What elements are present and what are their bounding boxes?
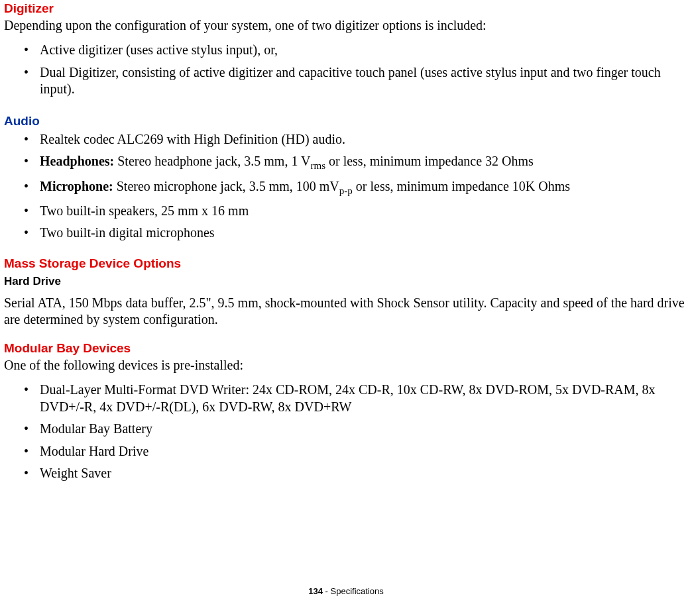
modular-bay-heading: Modular Bay Devices <box>4 341 688 356</box>
page-content: Digitizer Depending upon the configurati… <box>0 1 692 482</box>
audio-list: Realtek codec ALC269 with High Definitio… <box>24 131 688 242</box>
list-item: Weight Saver <box>24 465 688 482</box>
list-item-headphones: Headphones: Stereo headphone jack, 3.5 m… <box>24 153 688 172</box>
digitizer-heading: Digitizer <box>4 1 688 16</box>
list-item: Active digitizer (uses active stylus inp… <box>24 42 688 59</box>
footer-section: - Specifications <box>323 586 384 596</box>
microphone-post: or less, minimum impedance 10K Ohms <box>353 179 570 193</box>
page-footer: 134 - Specifications <box>0 586 692 596</box>
list-item-microphone: Microphone: Stereo microphone jack, 3.5 … <box>24 178 688 197</box>
list-item: Realtek codec ALC269 with High Definitio… <box>24 131 688 148</box>
list-item: Two built-in speakers, 25 mm x 16 mm <box>24 203 688 220</box>
list-item: Two built-in digital microphones <box>24 225 688 242</box>
headphones-pre: Stereo headphone jack, 3.5 mm, 1 V <box>114 154 310 168</box>
list-item: Dual-Layer Multi-Format DVD Writer: 24x … <box>24 382 688 415</box>
headphones-sub: rms <box>310 160 325 171</box>
list-item: Modular Hard Drive <box>24 443 688 460</box>
digitizer-intro: Depending upon the configuration of your… <box>4 17 688 34</box>
modular-bay-list: Dual-Layer Multi-Format DVD Writer: 24x … <box>24 382 688 482</box>
list-item: Dual Digitizer, consisting of active dig… <box>24 64 688 98</box>
list-item: Modular Bay Battery <box>24 421 688 438</box>
microphone-sub: p-p <box>339 185 353 196</box>
headphones-label: Headphones: <box>40 154 114 168</box>
hard-drive-subheading: Hard Drive <box>4 275 688 288</box>
microphone-pre: Stereo microphone jack, 3.5 mm, 100 mV <box>113 179 339 193</box>
modular-bay-intro: One of the following devices is pre-inst… <box>4 357 688 374</box>
page-number: 134 <box>308 586 323 596</box>
mass-storage-heading: Mass Storage Device Options <box>4 256 688 271</box>
headphones-post: or less, minimum impedance 32 Ohms <box>325 154 534 168</box>
audio-heading: Audio <box>4 114 688 128</box>
microphone-label: Microphone: <box>40 179 113 193</box>
hard-drive-text: Serial ATA, 150 Mbps data buffer, 2.5", … <box>4 295 688 328</box>
digitizer-list: Active digitizer (uses active stylus inp… <box>24 42 688 98</box>
